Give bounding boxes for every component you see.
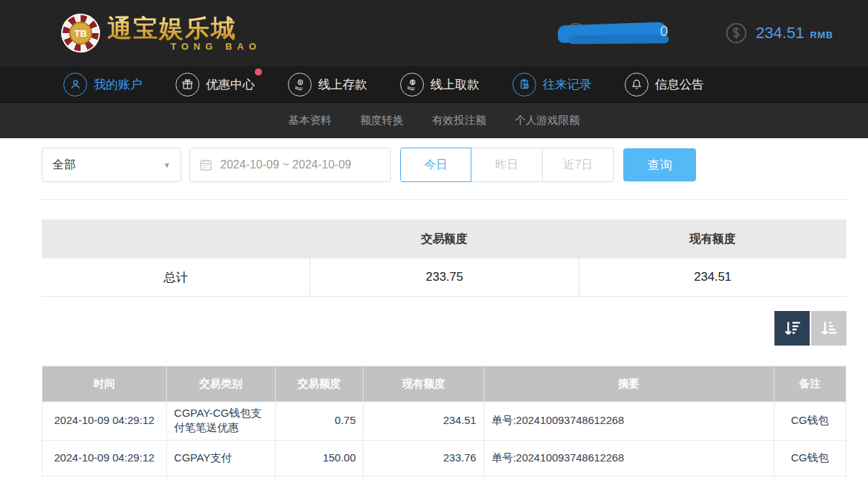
main-nav: 我的账户 优惠中心 线上存款 线上取款 bbox=[0, 66, 868, 103]
cell-time: 2024-10-09 04:29:12 bbox=[42, 402, 166, 440]
balance-display[interactable]: 234.51 RMB bbox=[725, 22, 833, 44]
bell-icon bbox=[625, 73, 648, 96]
nav-label: 线上取款 bbox=[430, 76, 479, 93]
table-header-row: 时间 交易类别 交易额度 现有额度 摘要 备注 bbox=[42, 366, 846, 402]
filter-row: 全部 ▼ 2024-10-09 ~ 2024-10-09 今日 昨日 近7日 查… bbox=[42, 148, 846, 182]
col-header-summary: 摘要 bbox=[484, 366, 774, 402]
account-sub-nav: 基本资料 额度转换 有效投注额 个人游戏限额 bbox=[0, 103, 868, 138]
cell-note: CG钱包 bbox=[774, 402, 846, 440]
nav-label: 信息公告 bbox=[655, 76, 704, 93]
yesterday-button[interactable]: 昨日 bbox=[471, 148, 543, 182]
cell-note: CG钱包 bbox=[774, 441, 846, 476]
nav-item-withdraw[interactable]: 线上取款 bbox=[400, 73, 489, 96]
cell-time: 2024-10-09 04:29:12 bbox=[42, 441, 166, 476]
cell-summary: 单号:202410093748612268 bbox=[484, 402, 774, 440]
subnav-item-basic-info[interactable]: 基本资料 bbox=[289, 114, 332, 127]
sort-ascending-button[interactable] bbox=[811, 311, 846, 346]
username-redaction-scribble bbox=[558, 22, 668, 42]
balance-currency: RMB bbox=[810, 26, 833, 40]
summary-header-transaction: 交易额度 bbox=[309, 220, 578, 258]
nav-item-my-account[interactable]: 我的账户 bbox=[63, 73, 153, 96]
dollar-circle-icon bbox=[725, 22, 747, 44]
subnav-item-credit-transfer[interactable]: 额度转换 bbox=[361, 114, 404, 127]
col-header-amount: 交易额度 bbox=[275, 366, 363, 402]
summary-header-row: 交易额度 现有额度 bbox=[42, 220, 846, 258]
withdraw-icon bbox=[400, 73, 424, 96]
username-display[interactable]: 0 bbox=[558, 17, 691, 50]
deposit-icon bbox=[288, 73, 312, 96]
nav-item-deposit[interactable]: 线上存款 bbox=[288, 73, 377, 96]
nav-item-promotions[interactable]: 优惠中心 bbox=[176, 73, 265, 96]
cell-amount: 0.75 bbox=[275, 402, 363, 440]
summary-header-current: 现有额度 bbox=[579, 220, 846, 258]
notification-dot bbox=[255, 68, 262, 76]
type-select-value: 全部 bbox=[53, 158, 76, 173]
nav-label: 我的账户 bbox=[94, 76, 143, 93]
username-visible-fragment: 0 bbox=[660, 23, 668, 40]
chip-monogram: TB bbox=[69, 22, 92, 45]
search-button[interactable]: 查询 bbox=[623, 148, 696, 181]
calendar-icon bbox=[199, 158, 213, 172]
col-header-type: 交易类别 bbox=[166, 366, 275, 402]
summary-total-row: 总计 233.75 234.51 bbox=[42, 258, 846, 297]
col-header-balance: 现有额度 bbox=[363, 366, 483, 402]
col-header-time: 时间 bbox=[42, 366, 166, 402]
nav-label: 线上存款 bbox=[318, 76, 367, 93]
subnav-item-valid-bets[interactable]: 有效投注额 bbox=[433, 114, 487, 127]
main-content: 全部 ▼ 2024-10-09 ~ 2024-10-09 今日 昨日 近7日 查… bbox=[0, 148, 868, 478]
table-row: 2024-10-09 04:29:12 CGPAY支付 150.00 233.7… bbox=[42, 441, 846, 477]
sort-descending-icon bbox=[782, 318, 803, 338]
summary-table: 交易额度 现有额度 总计 233.75 234.51 bbox=[42, 220, 846, 297]
nav-item-transaction-records[interactable]: 往来记录 bbox=[512, 73, 602, 96]
cell-type: CGPAY-CG钱包支付笔笔送优惠 bbox=[166, 402, 275, 440]
sort-descending-button[interactable] bbox=[774, 311, 810, 346]
sort-controls bbox=[42, 311, 846, 346]
cell-type: CGPAY支付 bbox=[166, 441, 275, 476]
date-range-value: 2024-10-09 ~ 2024-10-09 bbox=[220, 158, 351, 171]
summary-transaction-total: 233.75 bbox=[309, 258, 578, 296]
summary-total-label: 总计 bbox=[42, 258, 309, 296]
records-icon bbox=[512, 73, 536, 96]
transaction-type-select[interactable]: 全部 ▼ bbox=[42, 148, 181, 182]
poker-chip-logo-icon: TB bbox=[61, 14, 100, 53]
cell-balance: 234.51 bbox=[363, 402, 483, 440]
summary-current-total: 234.51 bbox=[579, 258, 846, 296]
site-subtitle: TONG BAO bbox=[107, 42, 261, 51]
cell-amount: 150.00 bbox=[275, 441, 363, 476]
cell-balance: 233.76 bbox=[363, 441, 483, 476]
last-7-days-button[interactable]: 近7日 bbox=[543, 148, 614, 182]
summary-header-empty bbox=[42, 220, 309, 258]
site-title: 通宝娱乐城 bbox=[107, 16, 261, 40]
today-button[interactable]: 今日 bbox=[400, 148, 471, 182]
sort-ascending-icon bbox=[819, 318, 839, 338]
subnav-item-game-limits[interactable]: 个人游戏限额 bbox=[515, 114, 580, 127]
user-icon bbox=[63, 73, 87, 96]
quick-date-buttons: 今日 昨日 近7日 bbox=[400, 148, 614, 182]
balance-amount: 234.51 bbox=[756, 24, 804, 42]
date-range-input[interactable]: 2024-10-09 ~ 2024-10-09 bbox=[189, 148, 391, 182]
nav-label: 优惠中心 bbox=[206, 76, 255, 93]
gift-icon bbox=[176, 73, 199, 96]
top-header: TB 通宝娱乐城 TONG BAO 0 234.51 RMB bbox=[0, 0, 868, 66]
nav-item-announcements[interactable]: 信息公告 bbox=[625, 73, 714, 96]
cell-summary: 单号:202410093748612268 bbox=[484, 441, 774, 476]
site-logo[interactable]: TB 通宝娱乐城 TONG BAO bbox=[61, 14, 261, 53]
col-header-note: 备注 bbox=[774, 366, 846, 402]
chevron-down-icon: ▼ bbox=[163, 161, 171, 169]
transactions-table: 时间 交易类别 交易额度 现有额度 摘要 备注 2024-10-09 04:29… bbox=[42, 366, 846, 478]
section-divider bbox=[42, 199, 846, 200]
nav-label: 往来记录 bbox=[543, 76, 592, 93]
table-row: 2024-10-09 04:29:12 CGPAY-CG钱包支付笔笔送优惠 0.… bbox=[42, 402, 846, 441]
